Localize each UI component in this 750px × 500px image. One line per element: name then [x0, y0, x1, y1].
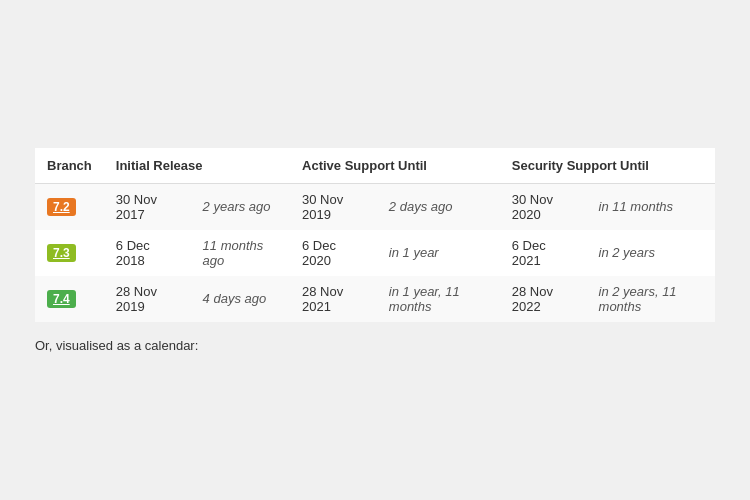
security-date-cell: 6 Dec 2021 — [500, 230, 587, 276]
branch-badge[interactable]: 7.3 — [47, 244, 76, 262]
branch-cell: 7.2 — [35, 183, 104, 230]
branch-badge[interactable]: 7.4 — [47, 290, 76, 308]
initial-ago-cell: 2 years ago — [191, 183, 290, 230]
header-active-support: Active Support Until — [290, 148, 500, 184]
table-row: 7.2 30 Nov 2017 2 years ago 30 Nov 2019 … — [35, 183, 715, 230]
active-rel-cell: 2 days ago — [377, 183, 500, 230]
initial-ago-cell: 4 days ago — [191, 276, 290, 322]
branch-cell: 7.4 — [35, 276, 104, 322]
security-rel-cell: in 2 years, 11 months — [587, 276, 715, 322]
branch-cell: 7.3 — [35, 230, 104, 276]
main-container: Branch Initial Release Active Support Un… — [15, 128, 735, 373]
initial-date-cell: 30 Nov 2017 — [104, 183, 191, 230]
security-rel-cell: in 11 months — [587, 183, 715, 230]
initial-date-cell: 6 Dec 2018 — [104, 230, 191, 276]
table-row: 7.3 6 Dec 2018 11 months ago 6 Dec 2020 … — [35, 230, 715, 276]
support-table: Branch Initial Release Active Support Un… — [35, 148, 715, 322]
header-branch: Branch — [35, 148, 104, 184]
header-initial-release: Initial Release — [104, 148, 290, 184]
active-date-cell: 30 Nov 2019 — [290, 183, 377, 230]
branch-badge[interactable]: 7.2 — [47, 198, 76, 216]
active-rel-cell: in 1 year — [377, 230, 500, 276]
calendar-caption: Or, visualised as a calendar: — [35, 338, 715, 353]
table-row: 7.4 28 Nov 2019 4 days ago 28 Nov 2021 i… — [35, 276, 715, 322]
security-date-cell: 30 Nov 2020 — [500, 183, 587, 230]
active-rel-cell: in 1 year, 11 months — [377, 276, 500, 322]
initial-date-cell: 28 Nov 2019 — [104, 276, 191, 322]
header-security-support: Security Support Until — [500, 148, 715, 184]
active-date-cell: 28 Nov 2021 — [290, 276, 377, 322]
active-date-cell: 6 Dec 2020 — [290, 230, 377, 276]
security-date-cell: 28 Nov 2022 — [500, 276, 587, 322]
security-rel-cell: in 2 years — [587, 230, 715, 276]
initial-ago-cell: 11 months ago — [191, 230, 290, 276]
